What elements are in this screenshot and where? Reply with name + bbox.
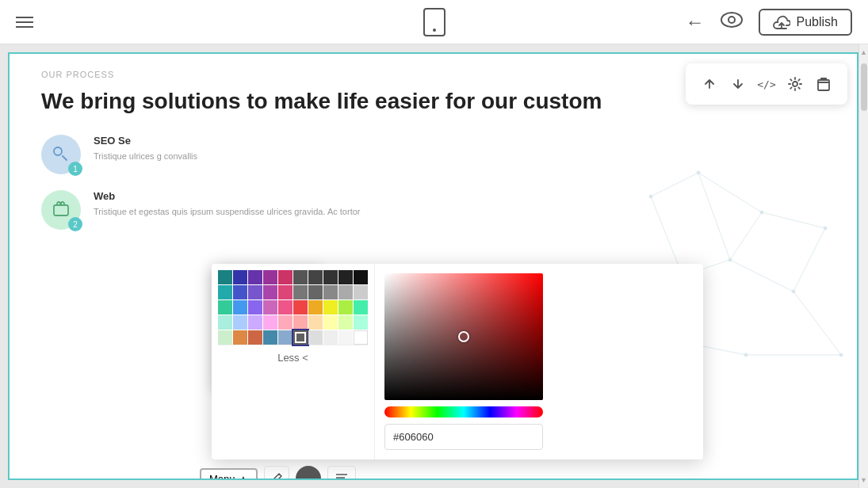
menu-icon[interactable] [16, 17, 33, 28]
swatch[interactable] [293, 315, 308, 330]
svg-point-0 [721, 13, 742, 27]
swatch[interactable] [263, 285, 277, 299]
topbar-center [423, 8, 445, 36]
swatch[interactable] [233, 285, 247, 299]
swatch[interactable] [278, 315, 293, 330]
swatch[interactable] [293, 270, 308, 284]
swatch[interactable] [338, 300, 353, 315]
scroll-down-arrow[interactable]: ▼ [859, 472, 869, 488]
swatch[interactable] [338, 330, 353, 345]
swatch[interactable] [248, 270, 262, 284]
swatch[interactable] [248, 330, 262, 345]
back-icon[interactable]: ← [686, 11, 705, 33]
swatch[interactable] [323, 270, 338, 284]
dropdown-arrow-icon: ▲ [239, 473, 249, 481]
edit-pencil-button[interactable] [264, 466, 289, 480]
float-toolbar: </> [686, 63, 847, 105]
menu-dropdown-label: Menu [209, 473, 235, 481]
gradient-cursor[interactable] [458, 331, 469, 342]
svg-point-4 [54, 147, 62, 155]
swatch[interactable] [308, 330, 323, 345]
badge-2: 2 [68, 217, 82, 231]
feature-desc-1: Tristique ulrices g convallis [94, 150, 197, 163]
feature-desc-2: Tristique et egestas quis ipsum suspendi… [94, 205, 360, 219]
topbar-right: ← Publish [686, 9, 852, 36]
swatch[interactable] [248, 300, 262, 315]
swatch[interactable] [323, 330, 338, 345]
publish-button[interactable]: Publish [759, 9, 852, 36]
swatch[interactable] [248, 285, 262, 299]
swatch[interactable] [263, 330, 277, 345]
swatch[interactable] [218, 285, 232, 299]
move-down-button[interactable] [724, 70, 752, 98]
swatch[interactable] [218, 315, 232, 330]
hex-input-wrap [384, 424, 543, 450]
swatch[interactable] [218, 330, 232, 345]
swatch[interactable] [218, 300, 232, 315]
swatch[interactable] [354, 270, 368, 284]
feature-icon-2: 2 [41, 190, 81, 230]
settings-button[interactable] [781, 70, 809, 98]
scroll-up-arrow[interactable]: ▲ [859, 44, 869, 60]
svg-line-18 [762, 212, 825, 228]
swatch-selected[interactable] [293, 330, 308, 345]
swatch[interactable] [308, 285, 323, 299]
canvas: </> OUR PROCESS We bring solutions to ma… [8, 52, 858, 480]
swatch[interactable] [293, 300, 308, 315]
swatch[interactable] [278, 330, 293, 345]
scroll-thumb[interactable] [861, 63, 867, 111]
swatch[interactable] [233, 270, 247, 284]
swatch[interactable] [354, 330, 368, 345]
swatch[interactable] [308, 300, 323, 315]
color-circle-button[interactable] [296, 466, 321, 480]
badge-1: 1 [68, 162, 82, 176]
swatch[interactable] [248, 315, 262, 330]
swatch[interactable] [338, 270, 353, 284]
feature-title-2: Web [94, 190, 360, 202]
svg-line-28 [698, 173, 730, 260]
gradient-panel [374, 264, 553, 459]
swatch[interactable] [233, 315, 247, 330]
svg-line-19 [730, 212, 762, 260]
swatch[interactable] [354, 300, 368, 315]
hex-input[interactable] [384, 424, 543, 450]
swatch[interactable] [354, 315, 368, 330]
swatch[interactable] [308, 270, 323, 284]
svg-line-27 [793, 228, 825, 292]
swatch[interactable] [263, 315, 277, 330]
swatch[interactable] [323, 285, 338, 299]
menu-dropdown-button[interactable]: Menu ▲ [200, 468, 258, 481]
topbar: ← Publish [0, 0, 868, 44]
hue-bar[interactable] [384, 406, 543, 417]
swatch[interactable] [263, 270, 277, 284]
gradient-canvas[interactable] [384, 273, 543, 400]
svg-rect-3 [818, 80, 829, 90]
swatch[interactable] [323, 315, 338, 330]
swatch[interactable] [293, 285, 308, 299]
swatch[interactable] [278, 285, 293, 299]
swatch[interactable] [323, 300, 338, 315]
code-button[interactable]: </> [752, 70, 781, 98]
swatch[interactable] [218, 270, 232, 284]
feature-icon-1: 1 [41, 135, 81, 174]
swatch[interactable] [338, 315, 353, 330]
swatch[interactable] [308, 315, 323, 330]
text-align-button[interactable] [327, 466, 356, 480]
scrollbar: ▲ ▼ [858, 44, 868, 488]
main-area: </> OUR PROCESS We bring solutions to ma… [0, 44, 868, 488]
move-up-button[interactable] [695, 70, 724, 98]
delete-button[interactable] [809, 70, 838, 98]
swatch[interactable] [233, 330, 247, 345]
mobile-device-icon[interactable] [423, 8, 445, 36]
svg-line-16 [651, 173, 698, 196]
less-button[interactable]: Less < [218, 345, 368, 370]
swatch[interactable] [263, 300, 277, 315]
svg-line-17 [698, 173, 762, 212]
swatch[interactable] [338, 285, 353, 299]
preview-icon[interactable] [721, 12, 743, 32]
swatch[interactable] [354, 285, 368, 299]
swatch[interactable] [278, 300, 293, 315]
swatch[interactable] [278, 270, 293, 284]
swatch[interactable] [233, 300, 247, 315]
menu-toolbar-row: Menu ▲ [200, 466, 356, 480]
